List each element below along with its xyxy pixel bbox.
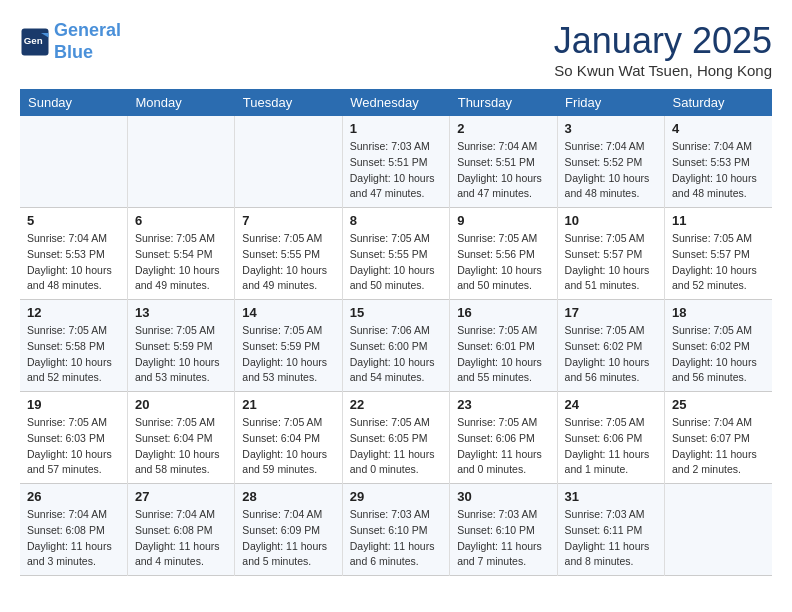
day-number: 26 [27,489,120,504]
day-info: Sunrise: 7:05 AM Sunset: 6:01 PM Dayligh… [457,323,549,386]
day-number: 13 [135,305,227,320]
day-info: Sunrise: 7:05 AM Sunset: 5:55 PM Dayligh… [350,231,442,294]
header-friday: Friday [557,89,664,116]
day-cell: 12Sunrise: 7:05 AM Sunset: 5:58 PM Dayli… [20,300,127,392]
day-info: Sunrise: 7:05 AM Sunset: 6:04 PM Dayligh… [242,415,334,478]
day-info: Sunrise: 7:05 AM Sunset: 6:06 PM Dayligh… [457,415,549,478]
day-cell: 13Sunrise: 7:05 AM Sunset: 5:59 PM Dayli… [127,300,234,392]
day-cell: 21Sunrise: 7:05 AM Sunset: 6:04 PM Dayli… [235,392,342,484]
day-cell: 2Sunrise: 7:04 AM Sunset: 5:51 PM Daylig… [450,116,557,208]
day-cell: 26Sunrise: 7:04 AM Sunset: 6:08 PM Dayli… [20,484,127,576]
page-header: Gen General Blue January 2025 So Kwun Wa… [20,20,772,79]
week-row-3: 19Sunrise: 7:05 AM Sunset: 6:03 PM Dayli… [20,392,772,484]
day-number: 22 [350,397,442,412]
day-info: Sunrise: 7:04 AM Sunset: 6:08 PM Dayligh… [135,507,227,570]
day-cell: 19Sunrise: 7:05 AM Sunset: 6:03 PM Dayli… [20,392,127,484]
header-sunday: Sunday [20,89,127,116]
day-info: Sunrise: 7:03 AM Sunset: 6:11 PM Dayligh… [565,507,657,570]
day-info: Sunrise: 7:05 AM Sunset: 5:59 PM Dayligh… [242,323,334,386]
day-number: 7 [242,213,334,228]
day-cell: 10Sunrise: 7:05 AM Sunset: 5:57 PM Dayli… [557,208,664,300]
day-number: 21 [242,397,334,412]
logo-text-line1: General [54,20,121,42]
day-cell: 9Sunrise: 7:05 AM Sunset: 5:56 PM Daylig… [450,208,557,300]
day-info: Sunrise: 7:05 AM Sunset: 5:58 PM Dayligh… [27,323,120,386]
day-cell: 31Sunrise: 7:03 AM Sunset: 6:11 PM Dayli… [557,484,664,576]
day-number: 24 [565,397,657,412]
day-cell: 28Sunrise: 7:04 AM Sunset: 6:09 PM Dayli… [235,484,342,576]
week-row-1: 5Sunrise: 7:04 AM Sunset: 5:53 PM Daylig… [20,208,772,300]
header-tuesday: Tuesday [235,89,342,116]
day-cell: 11Sunrise: 7:05 AM Sunset: 5:57 PM Dayli… [665,208,772,300]
day-number: 29 [350,489,442,504]
day-cell: 22Sunrise: 7:05 AM Sunset: 6:05 PM Dayli… [342,392,449,484]
day-info: Sunrise: 7:05 AM Sunset: 6:05 PM Dayligh… [350,415,442,478]
day-number: 17 [565,305,657,320]
day-info: Sunrise: 7:05 AM Sunset: 6:02 PM Dayligh… [565,323,657,386]
day-number: 15 [350,305,442,320]
day-number: 10 [565,213,657,228]
day-number: 2 [457,121,549,136]
day-cell [127,116,234,208]
day-info: Sunrise: 7:05 AM Sunset: 5:59 PM Dayligh… [135,323,227,386]
day-number: 28 [242,489,334,504]
calendar-title: January 2025 [554,20,772,62]
day-number: 31 [565,489,657,504]
day-cell: 17Sunrise: 7:05 AM Sunset: 6:02 PM Dayli… [557,300,664,392]
logo-icon: Gen [20,27,50,57]
day-cell: 6Sunrise: 7:05 AM Sunset: 5:54 PM Daylig… [127,208,234,300]
day-info: Sunrise: 7:05 AM Sunset: 5:55 PM Dayligh… [242,231,334,294]
day-cell: 3Sunrise: 7:04 AM Sunset: 5:52 PM Daylig… [557,116,664,208]
logo: Gen General Blue [20,20,121,63]
day-cell: 30Sunrise: 7:03 AM Sunset: 6:10 PM Dayli… [450,484,557,576]
day-cell: 25Sunrise: 7:04 AM Sunset: 6:07 PM Dayli… [665,392,772,484]
day-cell: 4Sunrise: 7:04 AM Sunset: 5:53 PM Daylig… [665,116,772,208]
day-info: Sunrise: 7:03 AM Sunset: 6:10 PM Dayligh… [457,507,549,570]
day-cell: 1Sunrise: 7:03 AM Sunset: 5:51 PM Daylig… [342,116,449,208]
header-row: SundayMondayTuesdayWednesdayThursdayFrid… [20,89,772,116]
day-cell: 5Sunrise: 7:04 AM Sunset: 5:53 PM Daylig… [20,208,127,300]
title-block: January 2025 So Kwun Wat Tsuen, Hong Kon… [554,20,772,79]
header-monday: Monday [127,89,234,116]
header-saturday: Saturday [665,89,772,116]
day-info: Sunrise: 7:05 AM Sunset: 5:56 PM Dayligh… [457,231,549,294]
day-cell [20,116,127,208]
day-number: 23 [457,397,549,412]
day-info: Sunrise: 7:05 AM Sunset: 5:54 PM Dayligh… [135,231,227,294]
day-number: 11 [672,213,765,228]
day-number: 25 [672,397,765,412]
day-info: Sunrise: 7:03 AM Sunset: 6:10 PM Dayligh… [350,507,442,570]
day-cell: 27Sunrise: 7:04 AM Sunset: 6:08 PM Dayli… [127,484,234,576]
week-row-0: 1Sunrise: 7:03 AM Sunset: 5:51 PM Daylig… [20,116,772,208]
day-info: Sunrise: 7:05 AM Sunset: 5:57 PM Dayligh… [565,231,657,294]
day-info: Sunrise: 7:04 AM Sunset: 5:53 PM Dayligh… [672,139,765,202]
day-cell [665,484,772,576]
day-number: 12 [27,305,120,320]
day-cell: 14Sunrise: 7:05 AM Sunset: 5:59 PM Dayli… [235,300,342,392]
day-info: Sunrise: 7:04 AM Sunset: 6:09 PM Dayligh… [242,507,334,570]
day-info: Sunrise: 7:03 AM Sunset: 5:51 PM Dayligh… [350,139,442,202]
day-cell: 8Sunrise: 7:05 AM Sunset: 5:55 PM Daylig… [342,208,449,300]
calendar-table: SundayMondayTuesdayWednesdayThursdayFrid… [20,89,772,576]
day-number: 20 [135,397,227,412]
day-cell: 23Sunrise: 7:05 AM Sunset: 6:06 PM Dayli… [450,392,557,484]
day-number: 1 [350,121,442,136]
day-cell: 15Sunrise: 7:06 AM Sunset: 6:00 PM Dayli… [342,300,449,392]
day-cell: 16Sunrise: 7:05 AM Sunset: 6:01 PM Dayli… [450,300,557,392]
day-info: Sunrise: 7:05 AM Sunset: 5:57 PM Dayligh… [672,231,765,294]
day-info: Sunrise: 7:05 AM Sunset: 6:03 PM Dayligh… [27,415,120,478]
header-thursday: Thursday [450,89,557,116]
day-number: 6 [135,213,227,228]
day-cell [235,116,342,208]
day-cell: 24Sunrise: 7:05 AM Sunset: 6:06 PM Dayli… [557,392,664,484]
logo-text-line2: Blue [54,42,121,64]
day-number: 30 [457,489,549,504]
header-wednesday: Wednesday [342,89,449,116]
day-info: Sunrise: 7:04 AM Sunset: 6:08 PM Dayligh… [27,507,120,570]
day-cell: 29Sunrise: 7:03 AM Sunset: 6:10 PM Dayli… [342,484,449,576]
day-number: 9 [457,213,549,228]
day-info: Sunrise: 7:04 AM Sunset: 5:52 PM Dayligh… [565,139,657,202]
calendar-subtitle: So Kwun Wat Tsuen, Hong Kong [554,62,772,79]
day-number: 8 [350,213,442,228]
day-number: 18 [672,305,765,320]
